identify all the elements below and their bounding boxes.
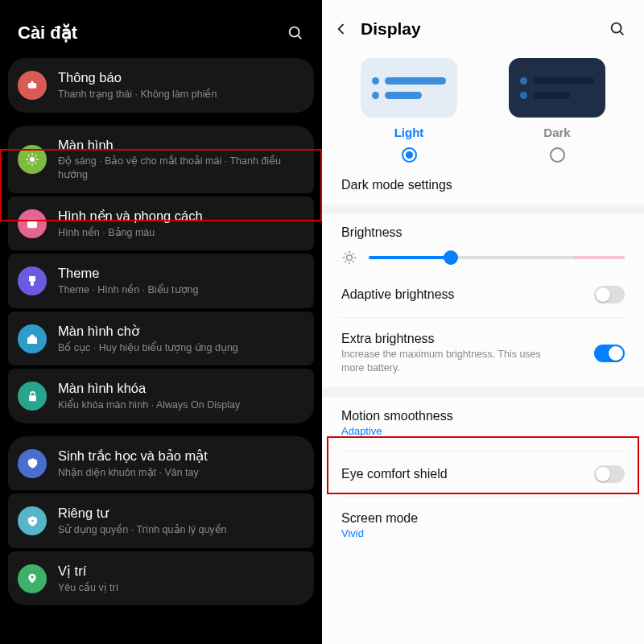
search-icon[interactable]	[287, 24, 304, 42]
item-label: Sinh trắc học và bảo mật	[58, 448, 304, 464]
item-label: Màn hình khóa	[58, 380, 304, 397]
settings-item-homescreen[interactable]: Màn hình chờ Bố cục · Huy hiệu biểu tượn…	[8, 312, 314, 366]
value: Vivid	[341, 527, 418, 539]
item-sub: Yêu cầu vị trí	[58, 581, 304, 595]
toggle-adaptive[interactable]	[594, 286, 625, 303]
row-adaptive-brightness[interactable]: Adaptive brightness	[322, 274, 644, 316]
settings-item-display[interactable]: Màn hình Độ sáng · Bảo vệ cho mắt thoải …	[8, 126, 314, 193]
svg-line-9	[28, 155, 30, 156]
svg-line-26	[345, 253, 346, 254]
item-label: Màn hình	[58, 137, 304, 154]
item-label: Màn hình chờ	[58, 323, 304, 340]
item-sub: Hình nền · Bảng màu	[58, 226, 304, 240]
settings-item-notifications[interactable]: Thông báo Thanh trạng thái · Không làm p…	[8, 58, 314, 113]
item-label: Hình nền và phong cách	[58, 208, 304, 225]
brightness-slider[interactable]	[369, 250, 625, 265]
page-title-left: Cài đặt	[18, 23, 77, 43]
value: Adaptive	[341, 425, 453, 437]
section-divider	[322, 387, 644, 397]
row-screen-mode[interactable]: Screen mode Vivid	[322, 499, 644, 539]
theme-option-dark[interactable]: Dark	[494, 58, 620, 163]
settings-item-location[interactable]: Vị trí Yêu cầu vị trí	[8, 551, 314, 606]
label: Extra brightness	[341, 332, 559, 346]
item-sub: Thanh trạng thái · Không làm phiền	[58, 88, 304, 101]
page-title-right: Display	[361, 19, 421, 39]
home-icon	[18, 324, 47, 353]
svg-rect-3	[31, 81, 34, 83]
svg-point-18	[31, 576, 34, 579]
svg-point-0	[290, 27, 299, 37]
sub: Increase the maximum brightness. This us…	[341, 348, 559, 375]
theme-preview-light	[361, 58, 457, 118]
settings-item-wallpaper[interactable]: Hình nền và phong cách Hình nền · Bảng m…	[8, 196, 314, 251]
radio-dark[interactable]	[550, 147, 565, 163]
item-sub: Sử dụng quyền · Trình quản lý quyền	[58, 523, 304, 537]
label: Eye comfort shield	[341, 467, 448, 481]
svg-point-21	[347, 255, 353, 261]
item-sub: Nhận diện khuôn mặt · Vân tay	[58, 466, 304, 480]
brightness-slider-row	[322, 246, 644, 274]
theme-label-light: Light	[394, 126, 424, 139]
svg-line-10	[35, 162, 37, 163]
brightness-title: Brightness	[322, 214, 644, 246]
image-icon	[18, 209, 47, 238]
item-label: Thông báo	[58, 69, 304, 86]
theme-preview-dark	[509, 58, 605, 118]
row-motion-smoothness[interactable]: Motion smoothness Adaptive	[322, 397, 644, 449]
svg-rect-2	[28, 83, 37, 89]
label: Motion smoothness	[341, 409, 453, 423]
svg-point-4	[30, 157, 35, 162]
svg-line-1	[298, 35, 301, 39]
back-icon[interactable]	[333, 21, 349, 37]
settings-item-themes[interactable]: Theme Theme · Hình nền · Biểu tượng	[8, 254, 314, 308]
row-extra-brightness[interactable]: Extra brightness Increase the maximum br…	[322, 320, 644, 387]
settings-item-biometrics[interactable]: Sinh trắc học và bảo mật Nhận diện khuôn…	[8, 436, 314, 491]
item-label: Vị trí	[58, 563, 304, 580]
display-panel-right: Display Light Dark Dark mode settings Br	[322, 0, 644, 644]
sun-outline-icon	[341, 250, 357, 266]
search-icon[interactable]	[609, 20, 626, 38]
lock-icon	[18, 382, 47, 411]
item-label: Riêng tư	[58, 505, 304, 522]
label: Dark mode settings	[341, 178, 452, 192]
item-label: Theme	[58, 265, 304, 282]
item-sub: Độ sáng · Bảo vệ cho mắt thoải mái · Tha…	[58, 155, 304, 182]
left-header: Cài đặt	[0, 0, 322, 58]
settings-item-privacy[interactable]: Riêng tư Sử dụng quyền · Trình quản lý q…	[8, 493, 314, 548]
settings-item-lockscreen[interactable]: Màn hình khóa Kiểu khóa màn hình · Alway…	[8, 369, 314, 423]
svg-line-28	[345, 261, 346, 262]
item-sub: Theme · Hình nền · Biểu tượng	[58, 283, 304, 297]
shield-icon	[18, 449, 47, 478]
svg-rect-14	[29, 276, 35, 282]
radio-light[interactable]	[402, 147, 417, 163]
label: Adaptive brightness	[341, 287, 455, 302]
svg-point-19	[612, 23, 621, 33]
svg-line-29	[353, 253, 354, 254]
right-header: Display	[322, 0, 644, 50]
pin-icon	[18, 564, 47, 593]
theme-label-dark: Dark	[543, 126, 570, 139]
svg-line-20	[620, 31, 623, 35]
svg-rect-15	[31, 282, 34, 286]
slider-thumb[interactable]	[444, 250, 458, 265]
section-divider	[322, 204, 644, 214]
brush-icon	[18, 266, 47, 295]
toggle-eye-comfort[interactable]	[594, 465, 625, 483]
bell-icon	[18, 71, 47, 100]
svg-rect-16	[29, 395, 36, 401]
row-eye-comfort[interactable]: Eye comfort shield	[322, 453, 644, 495]
theme-option-light[interactable]: Light	[346, 58, 472, 163]
svg-line-12	[35, 155, 37, 156]
label: Screen mode	[341, 511, 418, 526]
toggle-extra-brightness[interactable]	[594, 345, 625, 362]
settings-list: Thông báo Thanh trạng thái · Không làm p…	[0, 58, 322, 605]
item-sub: Kiểu khóa màn hình · Always On Display	[58, 398, 304, 412]
svg-line-11	[28, 162, 30, 163]
sun-icon	[18, 145, 47, 174]
settings-panel-left: Cài đặt Thông báo Thanh trạng thái · Khô…	[0, 0, 322, 644]
svg-rect-13	[27, 219, 37, 228]
item-sub: Bố cục · Huy hiệu biểu tượng ứng dụng	[58, 341, 304, 355]
row-dark-mode-settings[interactable]: Dark mode settings	[322, 166, 644, 204]
theme-selector: Light Dark	[322, 50, 644, 166]
svg-line-27	[353, 261, 354, 262]
